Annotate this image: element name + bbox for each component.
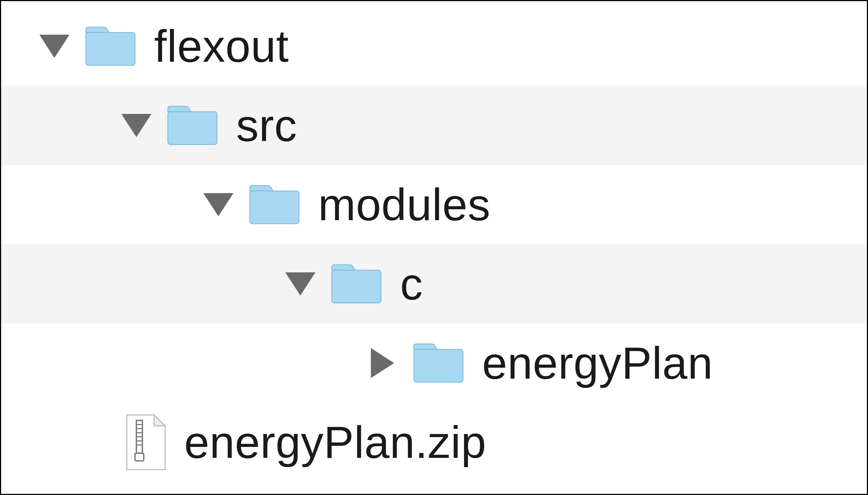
disclosure-triangle-down-icon[interactable]	[285, 269, 315, 299]
svg-rect-3	[332, 270, 381, 303]
svg-rect-12	[135, 453, 144, 461]
tree-row[interactable]: flexout	[1, 6, 867, 86]
folder-icon	[83, 24, 138, 68]
tree-row[interactable]: modules	[1, 165, 867, 244]
tree-item-label: modules	[318, 182, 490, 227]
tree-item-label: c	[400, 261, 423, 307]
folder-icon	[247, 183, 302, 226]
tree-item-label: energyPlan	[482, 341, 713, 386]
svg-rect-2	[250, 191, 299, 224]
disclosure-triangle-down-icon[interactable]	[121, 110, 151, 140]
folder-icon	[329, 262, 384, 306]
zip-file-icon	[121, 414, 168, 471]
svg-rect-4	[414, 349, 463, 382]
tree-row[interactable]: energyPlan.zip	[1, 403, 867, 482]
tree-item-label: energyPlan.zip	[184, 420, 486, 465]
svg-rect-0	[86, 33, 135, 65]
svg-rect-1	[168, 112, 217, 144]
tree-row[interactable]: src	[1, 86, 867, 165]
tree-item-label: src	[236, 103, 297, 148]
file-tree: flexout src modules	[0, 0, 868, 495]
disclosure-triangle-down-icon[interactable]	[203, 190, 233, 220]
folder-icon	[411, 341, 466, 385]
disclosure-triangle-right-icon[interactable]	[367, 348, 397, 378]
tree-row[interactable]: energyPlan	[1, 323, 867, 403]
disclosure-triangle-down-icon[interactable]	[39, 31, 69, 61]
tree-row[interactable]: c	[1, 244, 867, 323]
tree-item-label: flexout	[154, 24, 289, 69]
folder-icon	[165, 104, 220, 147]
